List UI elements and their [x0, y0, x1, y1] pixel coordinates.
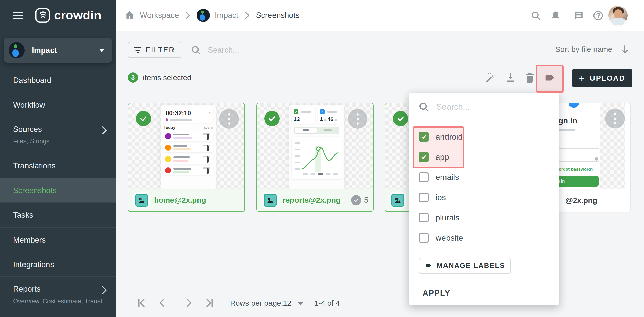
apply-button[interactable]: APPLY	[423, 286, 451, 300]
previous-page-icon[interactable]	[157, 297, 168, 308]
breadcrumb: Workspace Impact Screenshots	[140, 0, 300, 31]
sidebar-item-label: Screenshots	[13, 186, 57, 195]
file-name[interactable]: @2x.png	[565, 196, 597, 205]
search-icon	[418, 101, 429, 112]
checkbox-unchecked-icon[interactable]	[419, 193, 429, 202]
selected-check-icon[interactable]	[136, 111, 151, 126]
label-option-android[interactable]: android	[409, 129, 559, 145]
upload-button[interactable]: + UPLOAD	[572, 69, 632, 87]
screenshots-search	[191, 43, 367, 57]
search-icon[interactable]	[531, 10, 541, 21]
sidebar-item-members[interactable]: Members	[0, 227, 116, 253]
label-tag-icon[interactable]	[544, 72, 555, 83]
checkbox-unchecked-icon[interactable]	[419, 172, 429, 182]
breadcrumb-page: Screenshots	[256, 11, 300, 20]
delete-trash-icon[interactable]	[524, 72, 536, 83]
hamburger-menu-icon[interactable]	[13, 10, 23, 21]
sort-control[interactable]: Sort by file name	[555, 44, 629, 54]
sidebar-item-tasks[interactable]: Tasks	[0, 202, 116, 227]
label-option-website[interactable]: website	[409, 230, 559, 246]
card-menu-kebab-icon[interactable]	[219, 109, 239, 129]
label-search-input[interactable]	[436, 102, 542, 112]
screenshot-card-reports[interactable]: 12 146	[256, 103, 374, 212]
label-dropdown: android app emails ios plurals website M…	[409, 93, 559, 305]
label-search	[409, 93, 559, 121]
sidebar-item-label: Members	[13, 236, 46, 245]
chevron-right-icon	[186, 12, 190, 19]
project-logo-icon	[9, 42, 25, 58]
thumb-phone-mock: 12 146	[289, 105, 344, 190]
chevron-right-icon: ›	[209, 110, 211, 116]
search-input[interactable]	[208, 46, 349, 55]
home-icon[interactable]	[124, 10, 135, 20]
sidebar-item-reports[interactable]: Reports Overview, Cost estimate, Transl…	[0, 276, 116, 315]
file-name[interactable]: reports@2x.png	[283, 196, 340, 205]
auto-tag-wand-icon[interactable]	[485, 72, 496, 83]
first-page-icon[interactable]	[137, 297, 148, 308]
sidebar-item-label: Integrations	[13, 260, 54, 269]
image-file-icon	[391, 194, 404, 207]
sidebar-item-translations[interactable]: Translations	[0, 153, 116, 178]
rows-per-page-value[interactable]: 12	[283, 299, 291, 307]
sort-label: Sort by file name	[555, 45, 612, 54]
sort-direction-arrow-icon	[620, 44, 629, 54]
crowdin-logo[interactable]: crowdin	[35, 8, 102, 23]
sidebar-item-label: Reports	[13, 285, 41, 294]
screenshot-card-home[interactable]: 00:32:10 › Today See All	[128, 103, 245, 212]
checkbox-unchecked-icon[interactable]	[419, 213, 429, 222]
thumb-see-all: See All	[204, 126, 213, 129]
pagination-range: 1-4 of 4	[314, 299, 340, 307]
selected-check-icon[interactable]	[393, 111, 408, 126]
sidebar-item-workflow[interactable]: Workflow	[0, 93, 116, 117]
file-name[interactable]: home@2x.png	[154, 196, 206, 205]
caret-down-icon[interactable]	[298, 302, 303, 305]
selected-check-icon[interactable]	[264, 111, 280, 126]
sidebar-item-subtitle: Overview, Cost estimate, Transl…	[13, 298, 108, 305]
download-icon[interactable]	[505, 72, 516, 83]
divider	[409, 254, 559, 254]
filter-button[interactable]: FILTER	[128, 42, 181, 58]
user-avatar[interactable]	[608, 6, 628, 25]
thumb-forgot-link: Forgot password?	[556, 167, 593, 172]
card-menu-kebab-icon[interactable]	[348, 109, 367, 129]
filter-label: FILTER	[146, 46, 175, 54]
help-icon[interactable]	[593, 10, 603, 21]
project-selector[interactable]: Impact	[4, 38, 112, 63]
sidebar-item-sources[interactable]: Sources Files, Strings	[0, 117, 116, 153]
label-option-app[interactable]: app	[409, 149, 559, 165]
divider	[409, 281, 559, 281]
checkbox-checked-icon[interactable]	[419, 152, 429, 162]
selected-count-badge: 3	[128, 72, 138, 83]
label-option-plurals[interactable]: plurals	[409, 210, 559, 225]
checkbox-unchecked-icon[interactable]	[419, 233, 429, 243]
sidebar-item-dashboard[interactable]: Dashboard	[0, 68, 116, 93]
thumb-day-week-toggle	[294, 127, 339, 134]
rows-per-page-label: Rows per page:	[230, 299, 283, 307]
checkbox-checked-icon[interactable]	[419, 132, 429, 142]
search-icon	[191, 45, 201, 55]
sidebar-item-screenshots[interactable]: Screenshots	[0, 178, 116, 202]
notifications-bell-icon[interactable]	[550, 10, 561, 21]
logo-text: crowdin	[54, 8, 102, 22]
next-page-icon[interactable]	[183, 297, 194, 308]
bird-logo-icon	[569, 103, 579, 108]
breadcrumb-project-icon	[197, 9, 210, 22]
selected-items-text: items selected	[143, 73, 191, 82]
chevron-right-icon	[245, 12, 250, 19]
sidebar-item-subtitle: Files, Strings	[13, 138, 49, 145]
check-icon	[351, 195, 361, 205]
label-option-emails[interactable]: emails	[409, 169, 559, 185]
card-menu-kebab-icon[interactable]	[605, 109, 625, 128]
manage-labels-button[interactable]: MANAGE LABELS	[419, 258, 511, 274]
breadcrumb-project[interactable]: Impact	[215, 11, 238, 20]
thumb-stat-completed: 12	[294, 116, 313, 122]
last-page-icon[interactable]	[203, 297, 214, 308]
breadcrumb-workspace[interactable]: Workspace	[140, 11, 179, 20]
divider	[116, 62, 644, 62]
label-option-ios[interactable]: ios	[409, 190, 559, 205]
tag-count-badge: 5	[351, 195, 368, 205]
sidebar-item-label: Tasks	[13, 211, 33, 220]
sidebar-item-integrations[interactable]: Integrations	[0, 253, 116, 276]
messages-icon[interactable]	[573, 10, 584, 21]
sidebar-item-label: Dashboard	[13, 76, 52, 85]
